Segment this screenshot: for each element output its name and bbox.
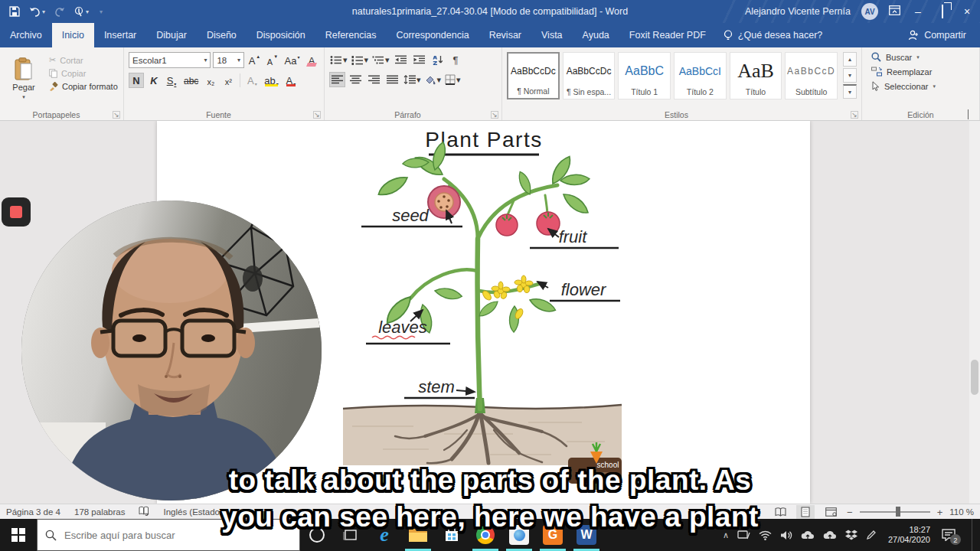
tab-revisar[interactable]: Revisar (479, 23, 531, 47)
zoom-in-button[interactable]: + (937, 507, 943, 518)
volume-icon[interactable] (780, 530, 792, 540)
style-titulo-2[interactable]: AaBbCcITítulo 2 (674, 52, 727, 99)
customize-qat-icon[interactable]: ▾ (98, 8, 103, 15)
cortana-button[interactable] (300, 519, 334, 551)
tab-foxit[interactable]: Foxit Reader PDF (619, 23, 716, 47)
italic-button[interactable]: K (146, 73, 162, 88)
app-store[interactable] (435, 519, 469, 551)
superscript-button[interactable]: x² (220, 73, 236, 88)
subscript-button[interactable]: x₂ (203, 73, 218, 88)
grow-font-button[interactable]: A▲ (247, 53, 263, 68)
align-center-button[interactable] (348, 72, 364, 87)
replace-button[interactable]: Reemplazar (871, 67, 975, 77)
zoom-out-button[interactable]: − (847, 507, 853, 518)
text-effects-button[interactable]: A▾ (244, 73, 260, 88)
undo-button[interactable]: ▾ (29, 7, 45, 17)
zoom-slider[interactable] (860, 511, 930, 513)
increase-indent-button[interactable] (411, 52, 427, 67)
wifi-icon[interactable] (759, 530, 772, 540)
style-sin-espaciado[interactable]: AaBbCcDc¶ Sin espa... (563, 52, 616, 99)
app-chrome[interactable] (469, 519, 502, 551)
styles-scroll-down-icon[interactable]: ▾ (843, 68, 857, 83)
numbering-button[interactable]: ▾ (351, 52, 370, 67)
app-media-document[interactable] (502, 519, 536, 551)
decrease-indent-button[interactable] (393, 52, 409, 67)
cloud-sync-icon[interactable] (823, 530, 837, 540)
tab-archivo[interactable]: Archivo (0, 23, 52, 47)
tablet-icon[interactable] (737, 530, 750, 540)
language-indicator[interactable]: Inglés (Estados Unidos) (163, 507, 256, 517)
taskbar-search-input[interactable] (63, 529, 270, 542)
shading-button[interactable]: ▾ (424, 72, 443, 87)
clipboard-dialog-launcher[interactable]: ↘ (113, 111, 120, 119)
app-edge[interactable]: e (368, 519, 401, 551)
zoom-slider-thumb[interactable] (896, 507, 900, 517)
tray-expand-icon[interactable]: ∧ (723, 530, 729, 540)
signed-in-user[interactable]: Alejandro Vicente Pernía (745, 6, 851, 17)
tab-disposicion[interactable]: Disposición (247, 23, 315, 47)
onedrive-icon[interactable] (801, 530, 815, 540)
paste-button[interactable]: Pegar ▾ (5, 52, 43, 106)
styles-dialog-launcher[interactable]: ↘ (851, 111, 858, 119)
app-gom[interactable]: G (536, 519, 570, 551)
undo-caret-icon[interactable]: ▾ (42, 8, 45, 15)
tab-dibujar[interactable]: Dibujar (146, 23, 197, 47)
change-case-button[interactable]: Aa▾ (283, 53, 302, 68)
style-titulo[interactable]: AaBTítulo (730, 52, 782, 99)
web-layout-button[interactable] (822, 505, 840, 519)
tab-referencias[interactable]: Referencias (315, 23, 387, 47)
tab-ayuda[interactable]: Ayuda (573, 23, 619, 47)
tab-insertar[interactable]: Insertar (94, 23, 146, 47)
sort-button[interactable] (430, 52, 446, 67)
line-spacing-button[interactable]: ▾ (403, 72, 422, 87)
strikethrough-button[interactable]: abc (181, 73, 201, 88)
stop-recording-button[interactable] (2, 197, 31, 227)
bold-button[interactable]: N (129, 73, 144, 88)
vertical-scrollbar[interactable] (969, 121, 980, 504)
select-button[interactable]: Seleccionar▾ (871, 81, 975, 91)
find-button[interactable]: Buscar▾ (871, 52, 975, 62)
share-button[interactable]: Compartir (908, 23, 980, 47)
app-file-explorer[interactable] (401, 519, 435, 551)
styles-scroll-up-icon[interactable]: ▴ (843, 52, 857, 67)
align-left-button[interactable] (329, 72, 345, 87)
shrink-font-button[interactable]: A▼ (265, 53, 280, 68)
tab-inicio[interactable]: Inicio (52, 23, 94, 47)
app-word[interactable]: W (570, 519, 603, 551)
tab-correspondencia[interactable]: Correspondencia (386, 23, 479, 47)
dropbox-icon[interactable] (845, 530, 858, 540)
font-dialog-launcher[interactable]: ↘ (313, 111, 321, 119)
tell-me-box[interactable]: ¿Qué desea hacer? (716, 23, 831, 47)
style-subtitulo[interactable]: AaBbCcDSubtítulo (785, 52, 838, 99)
style-normal[interactable]: AaBbCcDc¶ Normal (507, 52, 560, 99)
close-button[interactable]: × (960, 5, 974, 18)
font-color-button[interactable]: A▾ (283, 73, 299, 88)
ribbon-display-options-icon[interactable] (889, 5, 900, 18)
touch-mode-caret-icon[interactable]: ▾ (86, 8, 89, 15)
task-view-button[interactable] (334, 519, 368, 551)
taskbar-search[interactable] (37, 519, 300, 551)
style-titulo-1[interactable]: AaBbCTítulo 1 (618, 52, 671, 99)
action-center-button[interactable]: 2 (942, 529, 956, 541)
align-right-button[interactable] (366, 72, 382, 87)
scrollbar-thumb[interactable] (971, 360, 978, 395)
font-family-combo[interactable]: Escolar1▾ (129, 52, 211, 68)
collapse-ribbon-icon[interactable] (968, 110, 975, 117)
start-button[interactable] (0, 519, 37, 551)
justify-button[interactable] (384, 72, 400, 87)
read-mode-button[interactable] (771, 505, 789, 519)
multilevel-list-button[interactable]: ▾ (371, 52, 390, 67)
format-painter-button[interactable]: Copiar formato (49, 82, 118, 91)
save-icon[interactable] (9, 6, 20, 17)
proofing-icon[interactable] (139, 506, 149, 517)
bullets-button[interactable]: ▾ (329, 52, 348, 67)
pen-icon[interactable] (866, 530, 877, 540)
tab-vista[interactable]: Vista (531, 23, 573, 47)
paragraph-dialog-launcher[interactable]: ↘ (491, 111, 498, 119)
taskbar-clock[interactable]: 18:27 27/04/2020 (888, 525, 930, 545)
styles-more-icon[interactable]: ▾ (843, 84, 857, 99)
zoom-percent[interactable]: 110 % (949, 507, 974, 517)
clear-formatting-button[interactable]: A (304, 53, 319, 68)
webcam-overlay[interactable] (21, 201, 322, 500)
page-indicator[interactable]: Página 3 de 4 (6, 507, 60, 517)
